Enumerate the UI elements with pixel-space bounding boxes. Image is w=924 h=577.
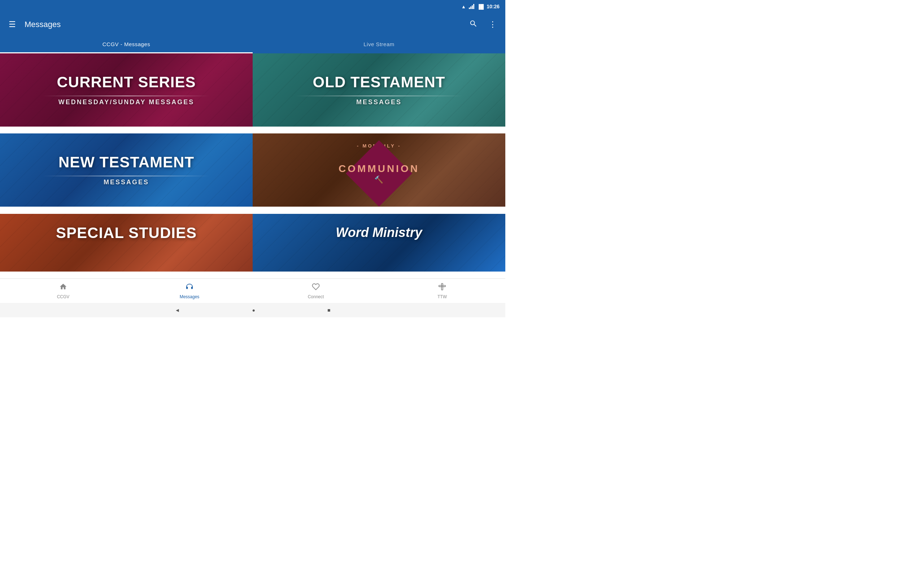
headphones-icon (186, 283, 194, 293)
svg-rect-3 (439, 285, 446, 287)
current-series-divider (43, 95, 210, 96)
current-series-subtitle: WEDNESDAY/SUNDAY MESSAGES (58, 98, 194, 106)
recents-button[interactable]: ■ (327, 307, 330, 313)
cross-icon (438, 283, 446, 293)
wifi-icon: ▲ (461, 4, 466, 10)
communion-wrapper: - MONTHLY - COMMUNION 🔨 (260, 141, 498, 200)
new-testament-subtitle: MESSAGES (103, 179, 149, 186)
current-series-cell[interactable]: CURRENT SERIES WEDNESDAY/SUNDAY MESSAGES (0, 53, 253, 127)
tab-bar: CCGV - Messages Live Stream (0, 36, 505, 53)
heart-icon (312, 283, 320, 293)
old-testament-cell[interactable]: OLD TESTAMENT MESSAGES (253, 53, 505, 127)
nav-messages[interactable]: Messages (126, 279, 253, 303)
new-testament-cell[interactable]: NEW TESTAMENT MESSAGES (0, 134, 253, 206)
svg-line-1 (474, 24, 477, 27)
old-testament-subtitle: MESSAGES (356, 98, 402, 106)
tab-live-stream[interactable]: Live Stream (253, 36, 505, 52)
home-icon (59, 283, 67, 293)
content-grid: CURRENT SERIES WEDNESDAY/SUNDAY MESSAGES… (0, 53, 505, 279)
nav-messages-label: Messages (180, 294, 200, 299)
nav-connect[interactable]: Connect (253, 279, 379, 303)
new-testament-divider (43, 176, 210, 176)
tab-ccgv-messages[interactable]: CCGV - Messages (0, 36, 253, 52)
back-button[interactable]: ◄ (175, 307, 180, 313)
communion-hammer-icon: 🔨 (339, 175, 419, 184)
svg-point-0 (471, 21, 475, 25)
communion-title: COMMUNION (339, 163, 419, 174)
nav-ccgv[interactable]: CCGV (0, 279, 126, 303)
search-icon[interactable] (466, 16, 480, 32)
home-button[interactable]: ● (252, 307, 255, 313)
communion-cell[interactable]: - MONTHLY - COMMUNION 🔨 (253, 134, 505, 206)
old-testament-title: OLD TESTAMENT (313, 74, 446, 90)
status-bar: ▲ ▐█ 10:26 (0, 0, 505, 13)
bottom-nav: CCGV Messages Connect TTW (0, 279, 505, 303)
nav-connect-label: Connect (308, 294, 324, 299)
special-studies-title: SPECIAL STUDIES (56, 225, 197, 241)
nav-ttw[interactable]: TTW (379, 279, 505, 303)
nav-ttw-label: TTW (438, 294, 447, 299)
nav-ccgv-label: CCGV (57, 294, 69, 299)
word-ministry-cell[interactable]: Word Ministry (253, 214, 505, 272)
hamburger-menu-icon[interactable]: ☰ (6, 17, 19, 32)
more-options-icon[interactable]: ⋮ (486, 17, 499, 32)
system-nav: ◄ ● ■ (0, 303, 505, 318)
new-testament-title: NEW TESTAMENT (58, 154, 194, 171)
old-testament-divider (296, 95, 462, 96)
app-bar: ☰ Messages ⋮ (0, 13, 505, 36)
special-studies-cell[interactable]: SPECIAL STUDIES (0, 214, 253, 272)
word-ministry-title: Word Ministry (336, 225, 422, 240)
status-time: 10:26 (486, 3, 499, 10)
battery-icon: ▐█ (477, 4, 484, 10)
signal-icon (469, 4, 474, 9)
app-title: Messages (24, 20, 460, 29)
current-series-title: CURRENT SERIES (57, 74, 195, 90)
